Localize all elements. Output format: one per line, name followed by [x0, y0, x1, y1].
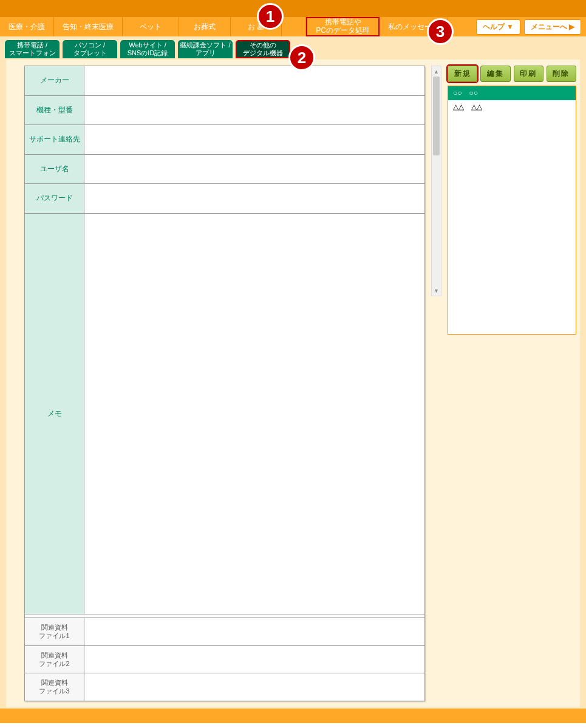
sidebar: 新規 編集 印刷 削除 ○○ ○○ △△ △△ [448, 66, 576, 335]
field-label-support: サポート連絡先 [25, 125, 84, 155]
subtab-label: スマートフォン [9, 49, 56, 57]
help-button-label: ヘルプ [483, 22, 505, 32]
subtab-label: 携帯電話 / [17, 41, 47, 49]
top-bar [0, 0, 586, 17]
nav-phone-pc-line2: PCのデータ処理 [316, 27, 370, 35]
table-row: サポート連絡先 [25, 125, 425, 155]
field-label-password: パスワード [25, 184, 84, 214]
nav-phone-pc-line1: 携帯電話や [325, 18, 361, 27]
table-row: メモ [25, 213, 425, 614]
callout-3: 3 [427, 18, 454, 45]
field-value-file2[interactable] [84, 645, 425, 673]
subtab-pc[interactable]: パソコン / タブレット [63, 40, 117, 58]
field-value-password[interactable] [84, 184, 425, 214]
subtab-label: SNSのID記録 [128, 49, 168, 57]
field-label-username: ユーザ名 [25, 154, 84, 184]
file-label-line: ファイル1 [39, 632, 69, 639]
table-row: 関連資料 ファイル1 [25, 617, 425, 645]
scrollbar[interactable]: ▲ ▼ [431, 66, 441, 296]
file-label-line: 関連資料 [41, 651, 68, 659]
subtab-label: Webサイト / [129, 41, 166, 49]
subtab-other-digital[interactable]: その他の デジタル機器 [236, 40, 290, 58]
list-item[interactable]: ○○ ○○ [448, 86, 576, 100]
chevron-right-icon: ▶ [569, 22, 574, 31]
field-value-file3[interactable] [84, 673, 425, 701]
table-row: メーカー [25, 66, 425, 96]
scrollbar-thumb[interactable] [433, 77, 440, 155]
main-nav: 医療・介護 告知・終末医療 ペット お葬式 お 墓 携帯電話や PCのデータ処理… [0, 17, 586, 36]
field-value-file1[interactable] [84, 617, 425, 645]
file-label-line: ファイル2 [39, 660, 69, 667]
scroll-down-icon[interactable]: ▼ [432, 285, 441, 296]
menu-button[interactable]: メニューへ ▶ [524, 19, 581, 35]
file-label-line: ファイル3 [39, 687, 69, 695]
nav-medical[interactable]: 医療・介護 [0, 17, 54, 36]
subtab-subscription[interactable]: 継続課金ソフト / アプリ [178, 40, 233, 58]
field-label-file1: 関連資料 ファイル1 [25, 617, 84, 645]
field-value-support[interactable] [84, 125, 425, 155]
print-button[interactable]: 印刷 [514, 66, 543, 82]
help-button[interactable]: ヘルプ ▼ [476, 19, 520, 35]
subtab-label: アプリ [196, 49, 216, 57]
subtab-label: デジタル機器 [243, 49, 283, 57]
nav-spacer [282, 17, 306, 36]
field-label-maker: メーカー [25, 66, 84, 96]
subtab-label: タブレット [73, 49, 107, 57]
subtab-website[interactable]: Webサイト / SNSのID記録 [120, 40, 175, 58]
callout-2: 2 [288, 44, 315, 71]
callout-1: 1 [257, 3, 284, 30]
table-row: 関連資料 ファイル2 [25, 645, 425, 673]
list-item[interactable]: △△ △△ [448, 100, 576, 114]
field-value-maker[interactable] [84, 66, 425, 96]
form-container: メーカー 機種・型番 サポート連絡先 ユーザ名 [24, 66, 425, 701]
edit-button[interactable]: 編集 [480, 66, 510, 82]
subtab-label: その他の [250, 41, 276, 49]
field-value-memo[interactable] [84, 213, 425, 614]
nav-phone-pc-data[interactable]: 携帯電話や PCのデータ処理 [306, 17, 380, 36]
field-label-file3: 関連資料 ファイル3 [25, 673, 84, 701]
delete-button[interactable]: 削除 [547, 66, 576, 82]
field-value-model[interactable] [84, 95, 425, 125]
menu-button-label: メニューへ [531, 22, 567, 32]
field-label-memo: メモ [25, 213, 84, 614]
subtab-phone[interactable]: 携帯電話 / スマートフォン [5, 40, 60, 58]
dropdown-icon: ▼ [506, 22, 514, 31]
bottom-bar [0, 709, 586, 723]
subtab-label: 継続課金ソフト / [180, 41, 230, 49]
nav-funeral[interactable]: お葬式 [179, 17, 231, 36]
new-button[interactable]: 新規 [448, 66, 477, 82]
field-label-model: 機種・型番 [25, 95, 84, 125]
item-list: ○○ ○○ △△ △△ [448, 86, 576, 335]
subtab-label: パソコン / [75, 41, 105, 49]
file-label-line: 関連資料 [41, 624, 68, 631]
file-label-line: 関連資料 [41, 679, 68, 686]
nav-disclosure[interactable]: 告知・終末医療 [54, 17, 123, 36]
table-row: パスワード [25, 184, 425, 214]
table-row: 機種・型番 [25, 95, 425, 125]
field-value-username[interactable] [84, 154, 425, 184]
nav-pet[interactable]: ペット [123, 17, 179, 36]
table-row: 関連資料 ファイル3 [25, 673, 425, 701]
field-label-file2: 関連資料 ファイル2 [25, 645, 84, 673]
table-row: ユーザ名 [25, 154, 425, 184]
scroll-up-icon[interactable]: ▲ [432, 66, 441, 77]
